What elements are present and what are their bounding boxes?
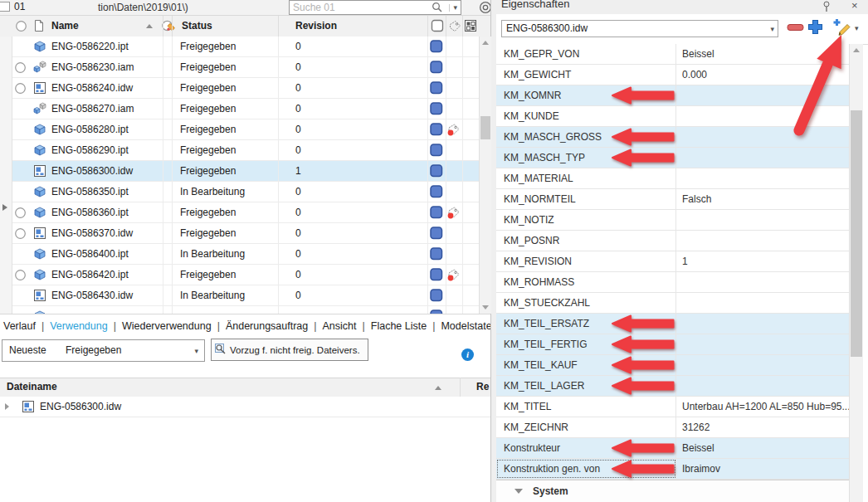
property-row[interactable]: Konstruktion gen. vonIbraimov [496,459,849,480]
file-type-idw-icon [33,81,46,97]
selection-circle-icon[interactable] [14,227,27,242]
tab-verwendung[interactable]: Verwendung [50,320,108,332]
property-row[interactable]: KM_ROHMASS [496,272,849,293]
property-row[interactable]: KM_GEPR_VONBeissel [496,44,849,65]
file-revision: 0 [295,290,301,301]
file-row[interactable]: ENG-0586370.idwFreigegeben0 [0,223,479,244]
scroll-up-icon[interactable] [482,41,489,45]
property-row[interactable]: KM_NORMTEILFalsch [496,189,849,210]
vorzug-button-label: Vorzug f. nicht freig. Dateivers. [230,345,360,355]
property-row[interactable]: KM_MASCH_TYP [496,148,849,168]
property-row[interactable]: KM_TITELUnterbau AH=1200 AL=850 Hub=95..… [496,397,849,417]
close-icon[interactable]: × [851,0,858,12]
bottom-grid-row[interactable]: ENG-0586300.idw [0,397,490,417]
selection-circle-icon[interactable] [14,61,27,76]
file-row[interactable]: ENG-0586420.iptFreigegeben0 [0,265,479,285]
usage-tabs: Verlauf|Verwendung|Wiederverwendung|Ände… [0,317,494,335]
info-icon[interactable]: i [461,348,474,361]
file-row[interactable]: ENG-0586230.iamFreigegeben0 [0,57,479,78]
chevron-down-icon[interactable]: ▾ [770,26,774,33]
column-header-revision[interactable]: Revision [295,20,337,32]
edit-properties-button[interactable] [833,18,851,38]
vorzug-button[interactable]: Vorzug f. nicht freig. Dateivers. [211,339,368,361]
property-row[interactable]: KM_GEWICHT0.000 [496,65,849,85]
file-revision: 0 [295,227,301,239]
header-circle-icon[interactable] [15,20,27,35]
tab-wiederverwendung[interactable]: Wiederverwendung [122,320,212,332]
property-row[interactable]: KM_TEIL_LAGER [496,376,849,397]
property-row[interactable]: KM_KOMNR [496,85,849,106]
file-status: Freigegeben [180,41,236,52]
row-gutter [0,37,12,314]
property-row[interactable]: KonstrukteurBeissel [496,438,849,459]
file-row[interactable]: ENG-0586360.iptFreigegeben0 [0,202,479,223]
column-header-dateiname[interactable]: Dateiname [7,381,57,392]
file-revision: 0 [295,41,301,52]
column-header-name[interactable]: Name [51,20,79,32]
file-row[interactable]: ENG-0586220.iptFreigegeben0 [0,37,479,57]
selection-circle-icon[interactable] [14,207,27,222]
pin-icon[interactable] [822,1,831,14]
property-row[interactable]: KM_TEIL_FERTIG [496,334,849,355]
state-square-icon [430,227,443,242]
properties-scrollbar[interactable] [849,44,863,502]
scroll-down-icon[interactable] [482,305,489,309]
header-status-icon[interactable] [161,19,176,36]
property-row[interactable]: KM_REVISION1 [496,251,849,272]
scrollbar-thumb[interactable] [480,116,490,139]
header-document-icon[interactable] [33,19,45,35]
file-row[interactable]: ENG-0586400.iptIn Bearbeitung0 [0,244,479,265]
property-row[interactable]: KM_NOTIZ [496,210,849,231]
search-icon[interactable] [432,2,442,15]
file-row[interactable]: ENG-0586350.iptIn Bearbeitung0 [0,182,479,202]
property-row[interactable]: KM_STUECKZAHL [496,293,849,314]
header-checkbox-icon[interactable] [431,19,444,35]
selection-circle-icon[interactable] [14,82,27,97]
file-row-partial[interactable] [0,306,479,314]
column-header-status[interactable]: Status [182,20,212,32]
file-list-scrollbar[interactable] [479,37,491,314]
tab-flache-liste[interactable]: Flache Liste [371,320,427,332]
file-revision: 0 [295,124,301,135]
expand-arrow-icon[interactable] [5,403,9,410]
scrollbar-thumb[interactable] [851,110,862,357]
property-value: 1 [676,251,849,271]
file-row[interactable]: ENG-0586270.iamFreigegeben0 [0,99,479,119]
file-row[interactable]: ENG-0586430.idwIn Bearbeitung0 [0,285,479,306]
file-row[interactable]: ENG-0586300.idwFreigegeben1 [0,161,479,182]
edit-dropdown-icon[interactable]: ▾ [855,25,859,32]
red-arrow-annotation [612,377,676,397]
file-selector-combobox[interactable]: ENG-0586300.idw ▾ [501,20,778,37]
property-value: Beissel [676,44,849,64]
tab-verlauf[interactable]: Verlauf [3,320,36,332]
add-property-button[interactable] [807,19,823,37]
file-row[interactable]: ENG-0586240.idwFreigegeben0 [0,78,479,99]
property-row[interactable]: KM_POSNR [496,231,849,251]
chevron-down-icon[interactable]: ▾ [194,348,198,355]
property-row[interactable]: KM_TEIL_ERSATZ [496,314,849,334]
collapse-triangle-icon[interactable] [514,489,523,494]
file-revision: 0 [295,103,301,115]
scroll-up-icon[interactable] [853,48,860,52]
header-grid-view-icon[interactable] [464,19,477,35]
tab-modelstate[interactable]: Modelstate [441,320,491,332]
folder-tab-label[interactable]: 01 [14,1,25,12]
selection-circle-icon[interactable] [14,269,27,284]
file-type-ipt-icon [33,123,46,139]
system-group-header[interactable]: System [496,480,849,502]
tab-ansicht[interactable]: Ansicht [323,320,357,332]
tab--nderungsauftrag[interactable]: Änderungsauftrag [226,320,308,332]
search-input[interactable] [293,1,417,13]
property-row[interactable]: KM_ZEICHNR31262 [496,417,849,438]
file-row[interactable]: ENG-0586280.iptFreigegeben0 [0,119,479,140]
remove-property-button[interactable] [787,22,805,35]
search-dropdown-icon[interactable]: ▾ [449,4,457,12]
property-row[interactable]: KM_TEIL_KAUF [496,355,849,376]
property-row[interactable]: KM_KUNDE [496,106,849,127]
property-row[interactable]: KM_MASCH_GROSS [496,127,849,148]
file-row[interactable]: ENG-0586290.iptFreigegeben0 [0,140,479,161]
column-header-re[interactable]: Re [476,381,489,392]
version-bias-dropdown[interactable]: Neueste Freigegeben ▾ [2,339,205,362]
header-tag-icon[interactable] [448,19,462,36]
property-row[interactable]: KM_MATERIAL [496,168,849,189]
